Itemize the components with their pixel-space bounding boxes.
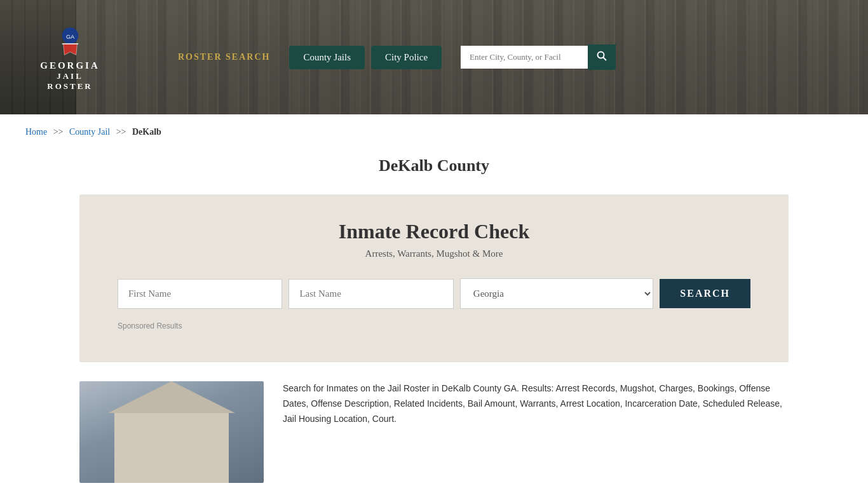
county-building-image bbox=[79, 381, 264, 483]
logo-text-georgia: GEORGIA bbox=[40, 60, 100, 71]
svg-line-3 bbox=[603, 57, 606, 60]
page-title: DeKalb County bbox=[0, 156, 868, 175]
breadcrumb-sep2: >> bbox=[116, 127, 126, 137]
nav-area: ROSTER SEARCH County Jails City Police bbox=[140, 44, 843, 70]
header-content: GA GEORGIA JAIL ROSTER ROSTER SEARCH Cou… bbox=[0, 0, 868, 114]
breadcrumb-current: DeKalb bbox=[132, 127, 161, 137]
first-name-input[interactable] bbox=[118, 279, 282, 309]
breadcrumb-home[interactable]: Home bbox=[25, 127, 47, 137]
logo[interactable]: GA GEORGIA JAIL ROSTER bbox=[25, 23, 114, 92]
search-icon bbox=[597, 51, 607, 61]
building-roof bbox=[108, 381, 235, 413]
header-search-area bbox=[461, 44, 616, 70]
georgia-logo-icon: GA bbox=[53, 23, 88, 58]
logo-text-jail: JAIL bbox=[57, 71, 83, 81]
header-search-input[interactable] bbox=[461, 46, 588, 69]
logo-text-roster: ROSTER bbox=[47, 81, 92, 92]
header: GA GEORGIA JAIL ROSTER ROSTER SEARCH Cou… bbox=[0, 0, 868, 114]
breadcrumb-sep1: >> bbox=[53, 127, 64, 137]
record-check-title: Inmate Record Check bbox=[118, 220, 750, 243]
inmate-search-button[interactable]: SEARCH bbox=[660, 279, 750, 308]
bottom-section: Search for Inmates on the Jail Roster in… bbox=[0, 362, 868, 488]
county-description: Search for Inmates on the Jail Roster in… bbox=[283, 381, 789, 426]
record-check-section: Inmate Record Check Arrests, Warrants, M… bbox=[79, 194, 789, 362]
state-select[interactable]: AlabamaAlaskaArizonaArkansasCaliforniaCo… bbox=[460, 278, 654, 309]
county-jails-button[interactable]: County Jails bbox=[289, 46, 365, 69]
sponsored-results-label: Sponsored Results bbox=[118, 322, 750, 330]
record-check-subtitle: Arrests, Warrants, Mugshot & More bbox=[118, 248, 750, 259]
nav-buttons: County Jails City Police bbox=[289, 46, 442, 69]
svg-text:GA: GA bbox=[65, 34, 74, 40]
inmate-search-form: AlabamaAlaskaArizonaArkansasCaliforniaCo… bbox=[118, 278, 750, 309]
breadcrumb-county-jail[interactable]: County Jail bbox=[69, 127, 110, 137]
roster-search-link[interactable]: ROSTER SEARCH bbox=[178, 52, 270, 62]
city-police-button[interactable]: City Police bbox=[371, 46, 442, 69]
building-body bbox=[114, 413, 229, 483]
header-search-button[interactable] bbox=[588, 44, 616, 70]
last-name-input[interactable] bbox=[288, 279, 453, 309]
breadcrumb: Home >> County Jail >> DeKalb bbox=[0, 114, 868, 150]
